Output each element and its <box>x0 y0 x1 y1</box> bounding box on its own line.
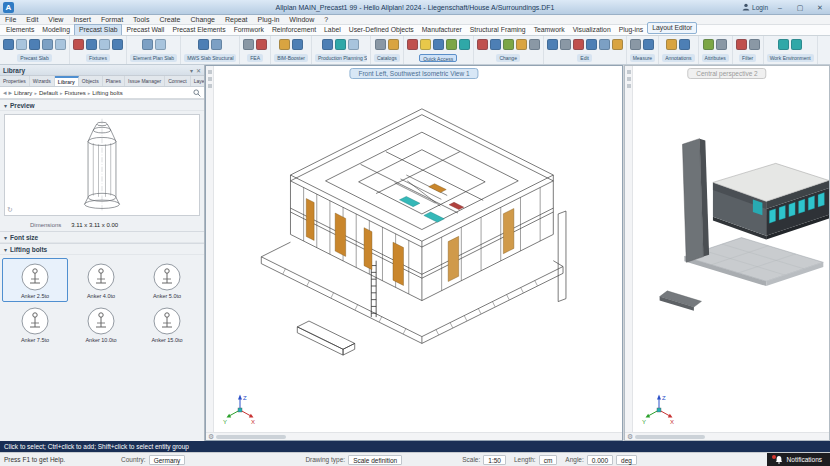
toolbar-icon[interactable] <box>198 39 209 50</box>
fixture-preview[interactable]: ↻ <box>4 114 200 216</box>
palette-tab[interactable]: Planes <box>103 76 125 86</box>
toolbar-icon[interactable] <box>459 39 470 50</box>
ribbon-tab[interactable]: Manufacturer <box>418 25 466 35</box>
lifting-bolt-item[interactable]: Anker 4.0to <box>68 258 134 302</box>
menu-item[interactable]: Create <box>154 15 185 25</box>
viewport-scrollbar[interactable]: ⚙ <box>625 432 829 440</box>
toolbar-icon[interactable] <box>643 39 654 50</box>
toolbar-icon[interactable] <box>322 39 333 50</box>
toolbar-icon[interactable] <box>477 39 488 50</box>
toolbar-icon[interactable] <box>243 39 254 50</box>
menu-item[interactable]: View <box>43 15 68 25</box>
viewport-side-toolbar[interactable] <box>625 66 633 432</box>
ribbon-tab[interactable]: Layout Editor <box>647 22 697 34</box>
toolbar-icon[interactable] <box>703 39 714 50</box>
rotate-preview-icon[interactable]: ↻ <box>7 206 13 214</box>
ribbon-tab[interactable]: Visualization <box>569 25 615 35</box>
menu-item[interactable]: Repeat <box>220 15 253 25</box>
viewport-title[interactable]: Central perspective 2 <box>687 68 766 79</box>
toolbar-icon[interactable] <box>73 39 84 50</box>
viewport-side-toolbar[interactable] <box>206 66 214 432</box>
toolbar-icon[interactable] <box>749 39 760 50</box>
toolbar-icon[interactable] <box>446 39 457 50</box>
drawing-type-value[interactable]: Scale definition <box>348 455 402 465</box>
lifting-bolt-item[interactable]: Anker 2.5to <box>2 258 68 302</box>
toolbar-icon[interactable] <box>612 39 623 50</box>
breadcrumb-back-icon[interactable]: ◂ <box>3 89 7 97</box>
ribbon-tab[interactable]: Elements <box>2 25 38 35</box>
toolbar-icon[interactable] <box>29 39 40 50</box>
toolbar-icon[interactable] <box>433 39 444 50</box>
palette-tab[interactable]: Issue Manager <box>125 76 165 86</box>
toolbar-icon[interactable] <box>16 39 27 50</box>
toolbar-icon[interactable] <box>112 39 123 50</box>
toolbar-icon[interactable] <box>560 39 571 50</box>
maximize-button[interactable]: ▢ <box>792 1 808 14</box>
ribbon-tab[interactable]: Precast Slab <box>74 24 123 35</box>
toolbar-icon[interactable] <box>666 39 677 50</box>
lifting-bolt-item[interactable]: Anker 15.0to <box>134 302 200 346</box>
toolbar-icon[interactable] <box>586 39 597 50</box>
search-icon[interactable] <box>193 89 201 97</box>
viewport-title[interactable]: Front Left, Southwest Isometric View 1 <box>349 68 478 79</box>
toolbar-icon[interactable] <box>529 39 540 50</box>
login-button[interactable]: Login <box>742 3 768 11</box>
ribbon-tab[interactable]: Teamwork <box>530 25 569 35</box>
toolbar-icon[interactable] <box>292 39 303 50</box>
toolbar-icon[interactable] <box>736 39 747 50</box>
toolbar-icon[interactable] <box>155 39 166 50</box>
gear-icon[interactable]: ⚙ <box>208 433 214 441</box>
ribbon-tab[interactable]: Reinforcement <box>268 25 320 35</box>
palette-tab[interactable]: Properties <box>0 76 30 86</box>
viewport-scrollbar[interactable]: ⚙ <box>206 432 622 440</box>
toolbar-icon[interactable] <box>279 39 290 50</box>
menu-item[interactable]: Edit <box>21 15 43 25</box>
toolbar-icon[interactable] <box>142 39 153 50</box>
length-value[interactable]: cm <box>539 455 558 465</box>
app-logo-icon[interactable]: A <box>3 2 14 13</box>
toolbar-icon[interactable] <box>388 39 399 50</box>
toolbar-icon[interactable] <box>547 39 558 50</box>
ribbon-tab[interactable]: Precast Elements <box>168 25 229 35</box>
notifications-button[interactable]: Notifications <box>767 453 830 466</box>
toolbar-icon[interactable] <box>503 39 514 50</box>
toolbar-icon[interactable] <box>573 39 584 50</box>
toolbar-icon[interactable] <box>256 39 267 50</box>
angle-unit[interactable]: deg <box>616 455 637 465</box>
ribbon-tab[interactable]: Plug-ins <box>615 25 648 35</box>
palette-tab[interactable]: Library <box>55 76 79 86</box>
toolbar-icon[interactable] <box>335 39 346 50</box>
menu-item[interactable]: File <box>0 15 21 25</box>
toolbar-icon[interactable] <box>211 39 222 50</box>
ribbon-tab[interactable]: Structural Framing <box>466 25 530 35</box>
toolbar-icon[interactable] <box>3 39 14 50</box>
toolbar-icon[interactable] <box>490 39 501 50</box>
ribbon-tab[interactable]: Modeling <box>38 25 74 35</box>
breadcrumb-item[interactable]: Default <box>32 90 58 96</box>
section-header-font-size[interactable]: ▾ Font size <box>0 231 204 243</box>
scrollbar-thumb[interactable] <box>216 435 286 439</box>
angle-value[interactable]: 0.000 <box>587 455 613 465</box>
toolbar-icon[interactable] <box>778 39 789 50</box>
palette-tab[interactable]: Layers <box>191 76 204 86</box>
palette-tab[interactable]: Wizards <box>30 76 55 86</box>
breadcrumb-item[interactable]: Lifting bolts <box>86 90 123 96</box>
scrollbar-thumb[interactable] <box>635 435 705 439</box>
toolbar-icon[interactable] <box>55 39 66 50</box>
panel-menu-icon[interactable]: ▾ <box>190 67 193 74</box>
toolbar-icon[interactable] <box>679 39 690 50</box>
gear-icon[interactable]: ⚙ <box>627 433 633 441</box>
toolbar-icon[interactable] <box>407 39 418 50</box>
toolbar-icon[interactable] <box>791 39 802 50</box>
menu-item[interactable]: Tools <box>128 15 154 25</box>
viewport-isometric[interactable]: Front Left, Southwest Isometric View 1 ⚙ <box>205 65 623 441</box>
toolbar-icon[interactable] <box>599 39 610 50</box>
toolbar-icon[interactable] <box>86 39 97 50</box>
section-header-preview[interactable]: ▾ Preview <box>0 99 204 111</box>
ribbon-tab[interactable]: Precast Wall <box>122 25 168 35</box>
palette-tab[interactable]: Connect <box>165 76 191 86</box>
scale-value[interactable]: 1:50 <box>483 455 506 465</box>
menu-item[interactable]: Insert <box>68 15 96 25</box>
lifting-bolt-item[interactable]: Anker 5.0to <box>134 258 200 302</box>
toolbar-icon[interactable] <box>516 39 527 50</box>
